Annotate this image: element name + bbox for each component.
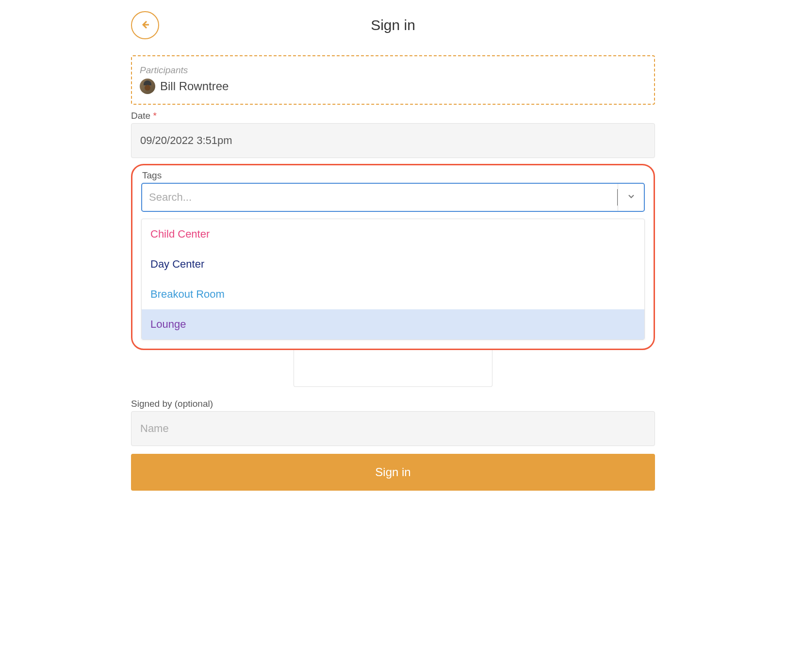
page-header: Sign in <box>131 10 655 41</box>
participants-box[interactable]: Participants Bill Rowntree <box>131 55 655 105</box>
participant-name: Bill Rowntree <box>160 80 229 93</box>
tags-label: Tags <box>142 170 645 181</box>
tags-option[interactable]: Child Center <box>142 219 644 249</box>
tags-option[interactable]: Day Center <box>142 249 644 279</box>
page-title: Sign in <box>371 17 415 33</box>
date-label: Date * <box>131 111 655 121</box>
signature-pad[interactable] <box>294 350 492 387</box>
avatar <box>140 79 155 94</box>
signed-by-label: Signed by (optional) <box>131 399 655 409</box>
required-indicator: * <box>153 111 156 121</box>
tags-dropdown-toggle[interactable] <box>618 184 644 211</box>
signed-by-input[interactable] <box>131 411 655 446</box>
participants-label: Participants <box>140 65 646 76</box>
tags-search-input[interactable] <box>149 191 618 204</box>
arrow-left-icon <box>139 19 151 32</box>
participant-row: Bill Rowntree <box>140 79 646 94</box>
signin-button[interactable]: Sign in <box>131 454 655 491</box>
tags-search-box[interactable] <box>141 183 645 212</box>
tags-option[interactable]: Lounge <box>142 309 644 339</box>
tags-option[interactable]: Breakout Room <box>142 279 644 309</box>
back-button[interactable] <box>131 11 159 39</box>
tags-dropdown-menu: Child CenterDay CenterBreakout RoomLoung… <box>141 219 645 340</box>
date-field[interactable]: 09/20/2022 3:51pm <box>131 123 655 158</box>
tags-section: Tags Child CenterDay CenterBreakout Room… <box>131 164 655 350</box>
chevron-down-icon <box>626 192 636 203</box>
